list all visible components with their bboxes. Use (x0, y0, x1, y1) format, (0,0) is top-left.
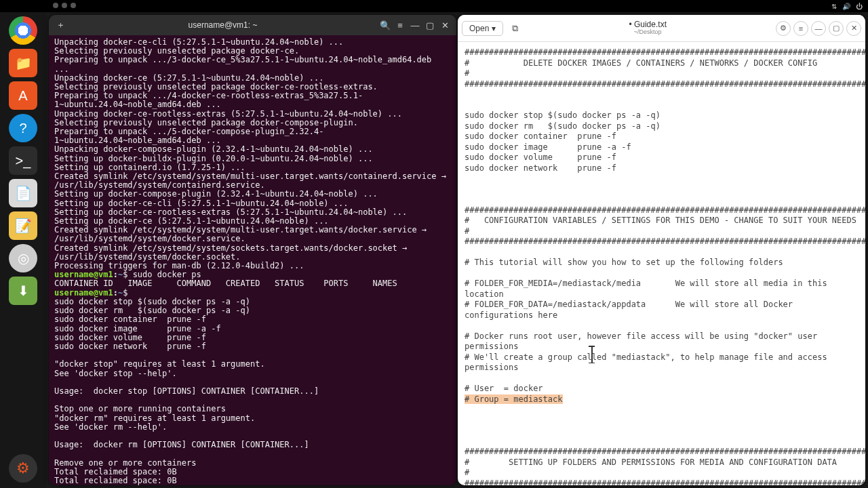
dock-app-downloads[interactable]: ⬇ (9, 277, 37, 305)
comment-folders: # FOLDER_FOR_MEDIA=/mediastack/media We … (465, 279, 832, 320)
minimize-button[interactable]: — (811, 21, 826, 36)
dock-app-notes[interactable]: 📝 (9, 211, 37, 240)
system-topbar: ⇅ 🔊 ⏻ (0, 0, 868, 12)
window-traffic-dots (53, 3, 76, 8)
power-icon[interactable]: ⏻ (856, 3, 863, 10)
search-icon[interactable]: 🔍 (378, 18, 393, 33)
section-divider: ########################################… (465, 79, 865, 89)
dock-app-help[interactable]: ? (9, 114, 37, 142)
dock-app-files[interactable]: 📁 (9, 49, 37, 77)
open-button[interactable]: Open ▾ (462, 21, 503, 36)
editor-title: Guide.txt ~/Desktop (522, 20, 773, 36)
comment-permissions: # Docker runs root user, however file ac… (465, 331, 832, 373)
section-divider: ########################################… (465, 447, 865, 456)
text-cursor-caret (591, 346, 593, 363)
section-heading-config: # CONFIGURATION VARIABLES / SETTINGS FOR… (465, 216, 865, 236)
dock-app-software[interactable]: A (9, 81, 37, 110)
gear-icon[interactable]: ⚙ (776, 21, 791, 36)
launcher-dock: 📁 A ? >_ 📄 📝 ◎ ⬇ ⚙ (0, 12, 46, 488)
terminal-title: username@vm1: ~ (68, 20, 378, 30)
terminal-log-install: Unpacking docker-ce-cli (5:27.5.1-1~ubun… (54, 37, 451, 270)
section-divider: ########################################… (465, 205, 865, 215)
section-divider: ########################################… (465, 479, 865, 486)
volume-icon[interactable]: 🔊 (842, 3, 850, 10)
terminal-titlebar[interactable]: ＋ username@vm1: ~ 🔍 ≡ — ▢ ✕ (49, 15, 456, 35)
dock-app-terminal[interactable]: >_ (9, 146, 37, 175)
close-button[interactable]: ✕ (846, 21, 861, 36)
comment-group-highlighted: # Group = mediastack (465, 394, 563, 404)
maximize-button[interactable]: ▢ (829, 21, 844, 36)
editor-titlebar[interactable]: Open ▾ ⧉ Guide.txt ~/Desktop ⚙ ≡ — ▢ ✕ (458, 15, 865, 42)
comment-intro: # This tutorial will show you how to set… (465, 258, 783, 267)
shell-prompt: username@vm1:~ (54, 270, 123, 279)
editor-content[interactable]: ########################################… (458, 42, 865, 485)
pasted-commands-output: sudo docker stop $(sudo docker ps -a -q)… (54, 297, 319, 485)
terminal-window: ＋ username@vm1: ~ 🔍 ≡ — ▢ ✕ Unpacking do… (49, 15, 456, 485)
new-document-icon[interactable]: ⧉ (507, 21, 522, 36)
dock-app-textedit[interactable]: 📄 (9, 179, 37, 207)
text-editor-window: Open ▾ ⧉ Guide.txt ~/Desktop ⚙ ≡ — ▢ ✕ #… (458, 15, 865, 485)
cmd-docker-ps: sudo docker ps (133, 270, 201, 279)
file-path: ~/Desktop (522, 29, 773, 36)
minimize-button[interactable]: — (408, 18, 422, 33)
system-tray[interactable]: ⇅ 🔊 ⏻ (831, 3, 863, 10)
section-heading-delete: # DELETE DOCKER IMAGES / CONTAINERS / NE… (465, 58, 865, 79)
close-button[interactable]: ✕ (437, 18, 452, 33)
hamburger-menu-icon[interactable]: ≡ (393, 18, 408, 33)
workspace: ＋ username@vm1: ~ 🔍 ≡ — ▢ ✕ Unpacking do… (46, 12, 868, 488)
docker-ps-header: CONTAINER ID IMAGE COMMAND CREATED STATU… (54, 279, 397, 288)
dock-app-disk[interactable]: ◎ (9, 244, 37, 272)
chevron-down-icon: ▾ (492, 24, 496, 33)
section-divider: ########################################… (465, 237, 865, 246)
dock-app-chrome[interactable] (9, 16, 37, 45)
new-tab-button[interactable]: ＋ (53, 18, 68, 33)
terminal-output[interactable]: Unpacking docker-ce-cli (5:27.5.1-1~ubun… (49, 35, 456, 485)
maximize-button[interactable]: ▢ (422, 18, 437, 33)
hamburger-menu-icon[interactable]: ≡ (793, 21, 808, 36)
shell-prompt: username@vm1:~ (54, 288, 123, 298)
section-heading-setup: # SETTING UP FOLDERS AND PERMISSIONS FOR… (465, 458, 865, 478)
network-icon[interactable]: ⇅ (831, 3, 837, 10)
docker-cleanup-commands: sudo docker stop $(sudo docker ps -a -q)… (465, 110, 660, 173)
dock-show-apps[interactable]: ⚙ (9, 454, 37, 483)
comment-user: # User = docker (465, 384, 543, 393)
section-divider: ########################################… (465, 47, 865, 57)
